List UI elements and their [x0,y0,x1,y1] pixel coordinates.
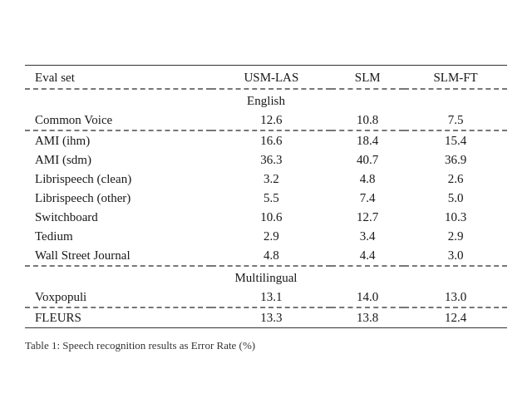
eval-set-cell: Tedium [25,227,211,246]
table-row: Wall Street Journal 4.8 4.4 3.0 [25,246,507,266]
table-header: Eval set USM-LAS SLM SLM-FT [25,65,507,89]
table-row: Switchboard 10.6 12.7 10.3 [25,208,507,227]
usm-las-cell: 3.2 [211,170,331,189]
usm-las-cell: 10.6 [211,208,331,227]
slm-ft-cell: 36.9 [404,150,507,170]
col-header-slm-ft: SLM-FT [404,65,507,89]
slm-ft-cell: 5.0 [404,189,507,208]
section-label-english: English [25,89,507,111]
slm-cell: 13.8 [331,307,404,328]
slm-cell: 10.8 [331,111,404,130]
slm-cell: 40.7 [331,150,404,170]
eval-set-cell: Librispeech (other) [25,189,211,208]
col-header-usm-las: USM-LAS [211,65,331,89]
slm-cell: 18.4 [331,130,404,150]
slm-ft-cell: 15.4 [404,130,507,150]
table-row: Librispeech (clean) 3.2 4.8 2.6 [25,170,507,189]
table-container: Eval set USM-LAS SLM SLM-FT English Comm… [25,65,507,353]
usm-las-cell: 4.8 [211,246,331,266]
slm-cell: 3.4 [331,227,404,246]
slm-ft-cell: 13.0 [404,288,507,307]
usm-las-cell: 16.6 [211,130,331,150]
section-header-multilingual: Multilingual [25,266,507,288]
table-row: Voxpopuli 13.1 14.0 13.0 [25,288,507,307]
slm-cell: 4.8 [331,170,404,189]
eval-set-cell: Librispeech (clean) [25,170,211,189]
usm-las-cell: 2.9 [211,227,331,246]
usm-las-cell: 36.3 [211,150,331,170]
table-row: FLEURS 13.3 13.8 12.4 [25,307,507,328]
slm-ft-cell: 7.5 [404,111,507,130]
slm-ft-cell: 2.6 [404,170,507,189]
usm-las-cell: 5.5 [211,189,331,208]
eval-set-cell: Common Voice [25,111,211,130]
col-header-eval-set: Eval set [25,65,211,89]
slm-ft-cell: 3.0 [404,246,507,266]
results-table: Eval set USM-LAS SLM SLM-FT English Comm… [25,65,507,328]
table-row: AMI (ihm) 16.6 18.4 15.4 [25,130,507,150]
slm-ft-cell: 2.9 [404,227,507,246]
slm-cell: 14.0 [331,288,404,307]
eval-set-cell: Wall Street Journal [25,246,211,266]
usm-las-cell: 13.3 [211,307,331,328]
table-row: AMI (sdm) 36.3 40.7 36.9 [25,150,507,170]
slm-cell: 4.4 [331,246,404,266]
table-caption: Table 1: Speech recognition results as E… [25,338,507,353]
table-row: Common Voice 12.6 10.8 7.5 [25,111,507,130]
slm-cell: 12.7 [331,208,404,227]
slm-cell: 7.4 [331,189,404,208]
eval-set-cell: Voxpopuli [25,288,211,307]
eval-set-cell: FLEURS [25,307,211,328]
section-label-multilingual: Multilingual [25,266,507,288]
slm-ft-cell: 12.4 [404,307,507,328]
col-header-slm: SLM [331,65,404,89]
table-row: Librispeech (other) 5.5 7.4 5.0 [25,189,507,208]
usm-las-cell: 12.6 [211,111,331,130]
section-header-english: English [25,89,507,111]
eval-set-cell: AMI (sdm) [25,150,211,170]
eval-set-cell: AMI (ihm) [25,130,211,150]
usm-las-cell: 13.1 [211,288,331,307]
table-row: Tedium 2.9 3.4 2.9 [25,227,507,246]
eval-set-cell: Switchboard [25,208,211,227]
slm-ft-cell: 10.3 [404,208,507,227]
